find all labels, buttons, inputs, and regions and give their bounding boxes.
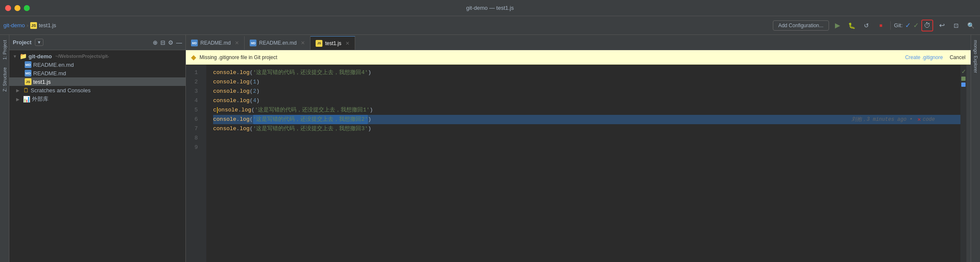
undo-button[interactable]: ↩ bbox=[936, 20, 948, 31]
git-label: Git: bbox=[894, 22, 903, 28]
close-panel-icon[interactable]: — bbox=[176, 39, 182, 46]
tree-label-test1: test1.js bbox=[33, 79, 51, 85]
line-num-1: 1 bbox=[186, 68, 202, 77]
expand-icon-extlib: ▶ bbox=[16, 97, 21, 102]
coverage-icon: ↺ bbox=[864, 22, 869, 29]
tree-label-extlib: 外部库 bbox=[32, 95, 48, 103]
window-toggle-icon: ⊡ bbox=[954, 22, 959, 29]
tree-label-readme-en: README.en.md bbox=[33, 62, 74, 68]
folder-icon-root: 📁 bbox=[20, 53, 27, 60]
line-num-3: 3 bbox=[186, 87, 202, 96]
run-button[interactable]: ▶ bbox=[832, 20, 843, 31]
run-icon: ▶ bbox=[835, 21, 840, 29]
main-toolbar: git-demo › JS test1.js Add Configuration… bbox=[0, 16, 980, 35]
editor-tabs: MD README.md ✕ MD README.en.md ✕ JS test… bbox=[186, 35, 971, 50]
code-line-5: console.log('这是写错的代码，还没提交上去，我想撤回1') bbox=[213, 105, 960, 115]
debug-button[interactable]: 🐛 bbox=[846, 20, 858, 31]
stop-button[interactable]: ■ bbox=[875, 20, 887, 31]
tab-test1-js[interactable]: JS test1.js ✕ bbox=[311, 36, 355, 50]
collapse-icon[interactable]: ⊟ bbox=[160, 39, 165, 46]
tree-item-scratches[interactable]: ▶ 🗒 Scratches and Consoles bbox=[9, 86, 185, 94]
project-header-actions: ⊕ ⊟ ⚙ — bbox=[153, 39, 182, 46]
tab-close-readme-md[interactable]: ✕ bbox=[235, 40, 239, 46]
coverage-button[interactable]: ↺ bbox=[860, 20, 872, 31]
cursor bbox=[217, 107, 218, 113]
tab-close-test1-js[interactable]: ✕ bbox=[345, 40, 350, 46]
project-dropdown-arrow[interactable]: ▼ bbox=[35, 39, 43, 46]
search-button[interactable]: 🔍 bbox=[965, 20, 977, 31]
tree-root-label: git-demo bbox=[28, 53, 52, 60]
md-tab-icon-2: MD bbox=[250, 40, 256, 46]
add-scope-icon[interactable]: ⊕ bbox=[153, 39, 158, 46]
clock-button[interactable]: ⏱ bbox=[921, 20, 933, 31]
breadcrumb-filename: test1.js bbox=[39, 22, 56, 28]
line-num-7: 7 bbox=[186, 124, 202, 134]
scrollbar-area[interactable] bbox=[966, 65, 971, 262]
tree-label-readme: README.md bbox=[33, 70, 66, 77]
tree-item-readme-en[interactable]: MD README.en.md bbox=[9, 60, 185, 69]
tree-root-sublabel: ~/WebstormProjects/git- bbox=[55, 54, 109, 59]
maximize-button[interactable] bbox=[24, 5, 30, 11]
add-configuration-button[interactable]: Add Configuration... bbox=[773, 20, 829, 31]
expand-icon-root: ▼ bbox=[13, 54, 18, 59]
title-bar: git-demo — test1.js bbox=[0, 0, 980, 16]
gutter-mark-green bbox=[961, 77, 966, 81]
code-area: 1 2 3 4 5 6 7 8 9 console.log('这是写错的代码，还… bbox=[186, 65, 971, 262]
revert-icon[interactable]: ✕ bbox=[917, 115, 921, 124]
right-sidebar-tabs: mongo Explorer bbox=[971, 35, 980, 262]
sidebar-tab-project[interactable]: 1: Project bbox=[0, 37, 9, 63]
window-toggle-button[interactable]: ⊡ bbox=[950, 20, 962, 31]
traffic-lights bbox=[5, 5, 30, 11]
code-content[interactable]: console.log('这是写错的代码，还没提交上去，我想撤回4') cons… bbox=[206, 65, 960, 262]
js-tab-icon: JS bbox=[316, 40, 322, 47]
expand-icon-scratches: ▶ bbox=[16, 88, 21, 93]
line-num-2: 2 bbox=[186, 77, 202, 87]
tab-close-readme-en-md[interactable]: ✕ bbox=[301, 40, 305, 46]
code-line-3: console.log(2) bbox=[213, 87, 960, 96]
js-icon-test1: JS bbox=[25, 78, 31, 85]
notification-bar: ◆ Missing .gitignore file in Git project… bbox=[186, 50, 971, 65]
notification-text: Missing .gitignore file in Git project bbox=[199, 54, 902, 60]
code-line-8 bbox=[213, 134, 960, 143]
line-num-9: 9 bbox=[186, 143, 202, 152]
line-num-8: 8 bbox=[186, 134, 202, 143]
breadcrumb: git-demo › JS test1.js bbox=[3, 22, 56, 29]
settings-icon[interactable]: ⚙ bbox=[168, 39, 174, 46]
line-numbers: 1 2 3 4 5 6 7 8 9 bbox=[186, 65, 206, 262]
sidebar-tab-structure[interactable]: Z: Structure bbox=[0, 64, 9, 95]
tree-item-test1[interactable]: JS test1.js bbox=[9, 77, 185, 86]
line-num-4: 4 bbox=[186, 96, 202, 105]
create-gitignore-action[interactable]: Create .gitignore bbox=[905, 54, 943, 60]
close-button[interactable] bbox=[5, 5, 11, 11]
toolbar-right: Add Configuration... ▶ 🐛 ↺ ■ Git: ✓ ✓ ⏱ … bbox=[773, 20, 977, 31]
code-line-1: console.log('这是写错的代码，还没提交上去，我想撤回4') bbox=[213, 68, 960, 77]
breadcrumb-separator: › bbox=[27, 22, 28, 28]
notification-icon: ◆ bbox=[191, 53, 196, 61]
tree-item-root[interactable]: ▼ 📁 git-demo ~/WebstormProjects/git- bbox=[9, 52, 185, 60]
clock-icon: ⏱ bbox=[924, 22, 931, 29]
extlib-icon: 📊 bbox=[23, 96, 30, 103]
body-area: 1: Project Z: Structure Project ▼ ⊕ ⊟ ⚙ … bbox=[0, 35, 980, 262]
code-line-4: console.log(4) bbox=[213, 96, 960, 105]
inline-git-comment: 刘抱，3 minutes ago • ✕code bbox=[852, 115, 935, 124]
stop-icon: ■ bbox=[879, 23, 882, 28]
sidebar-tab-mongo[interactable]: mongo Explorer bbox=[971, 37, 980, 77]
tree-item-readme[interactable]: MD README.md bbox=[9, 69, 185, 77]
window-title: git-demo — test1.js bbox=[466, 5, 514, 11]
tree-item-extlib[interactable]: ▶ 📊 外部库 bbox=[9, 94, 185, 104]
minimize-button[interactable] bbox=[14, 5, 20, 11]
toolbar-divider-1 bbox=[890, 21, 891, 30]
notification-cancel-action[interactable]: Cancel bbox=[950, 54, 966, 60]
breadcrumb-project[interactable]: git-demo bbox=[3, 22, 25, 28]
tab-readme-md[interactable]: MD README.md ✕ bbox=[186, 36, 245, 50]
git-check-green: ✓ bbox=[913, 21, 919, 29]
code-line-9 bbox=[213, 143, 960, 152]
undo-icon: ↩ bbox=[939, 21, 945, 29]
project-panel: Project ▼ ⊕ ⊟ ⚙ — ▼ 📁 git-demo ~/Webstor… bbox=[9, 35, 186, 262]
tab-label-readme-en-md: README.en.md bbox=[259, 40, 296, 46]
code-line-2: console.log(1) bbox=[213, 77, 960, 87]
tab-label-test1-js: test1.js bbox=[325, 40, 341, 46]
git-check-blue: ✓ bbox=[905, 21, 911, 29]
tab-readme-en-md[interactable]: MD README.en.md ✕ bbox=[245, 36, 311, 50]
project-tree: ▼ 📁 git-demo ~/WebstormProjects/git- MD … bbox=[9, 50, 185, 262]
